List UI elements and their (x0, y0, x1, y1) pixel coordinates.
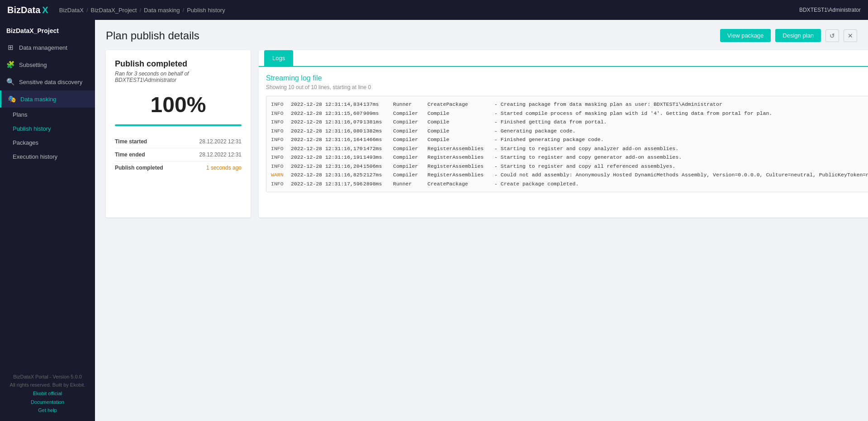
log-row: INFO 2022-12-28 12:31:16,204 1506ms Comp… (271, 162, 868, 171)
log-message: - Finished generating package code. (494, 135, 604, 144)
right-panel: Logs Streaming log file Showing 10 out o… (259, 50, 868, 218)
footer-link-help[interactable]: Get help (6, 406, 89, 415)
breadcrumb-project[interactable]: BizDataX_Project (91, 7, 137, 14)
log-message: - Could not add assembly: Anonymously Ho… (494, 170, 868, 180)
footer-version: BizDataX Portal - Version 5.0.0 (6, 373, 89, 381)
log-content: Streaming log file Showing 10 out of 10 … (259, 67, 868, 199)
log-ms: 1472ms (363, 144, 393, 153)
current-user: BDXTEST1\Administrator (799, 7, 861, 13)
log-message: - Starting to register and copy analyzer… (494, 144, 678, 153)
log-row: INFO 2022-12-28 12:31:16,164 1466ms Comp… (271, 135, 868, 144)
log-title: Streaming log file (266, 74, 868, 82)
log-level: INFO (271, 135, 291, 144)
sidebar-footer: BizDataX Portal - Version 5.0.0 All righ… (0, 366, 95, 421)
view-package-button[interactable]: View package (720, 29, 771, 42)
log-category: Compile (427, 118, 494, 127)
tab-logs[interactable]: Logs (264, 50, 293, 66)
log-row: INFO 2022-12-28 12:31:17,596 2898ms Runn… (271, 180, 868, 189)
content-body: Publish completed Ran for 3 seconds on b… (106, 50, 857, 218)
info-value-time-started: 28.12.2022 12:31 (199, 138, 242, 145)
info-label-publish-completed: Publish completed (115, 165, 163, 171)
log-source: Runner (393, 100, 427, 109)
log-row: INFO 2022-12-28 12:31:16,191 1493ms Comp… (271, 153, 868, 162)
log-source: Compiler (393, 127, 427, 136)
footer-rights: All rights reserved. Built by Ekobit. (6, 381, 89, 389)
breadcrumb-bizdatax[interactable]: BizDataX (59, 7, 84, 14)
progress-percentage: 100% (115, 92, 242, 117)
logo-x: X (42, 5, 48, 15)
log-category: Compile (427, 109, 494, 118)
app-logo[interactable]: BizDataX (7, 5, 48, 15)
log-message: - Generating package code. (494, 127, 575, 136)
sidebar-item-sensitive-data[interactable]: 🔍 Sensitive data discovery (0, 73, 95, 90)
breadcrumb: BizDataX / BizDataX_Project / Data maski… (59, 7, 799, 14)
log-category: Compile (427, 135, 494, 144)
log-ms: 1493ms (363, 153, 393, 162)
publish-status-title: Publish completed (115, 59, 242, 69)
tabs-bar: Logs (259, 50, 868, 67)
progress-bar (115, 124, 242, 126)
refresh-button[interactable]: ↺ (825, 29, 839, 42)
log-source: Compiler (393, 118, 427, 127)
log-category: CreatePackage (427, 180, 494, 189)
log-level: INFO (271, 153, 291, 162)
breadcrumb-publish-history[interactable]: Publish history (187, 7, 225, 14)
log-message: - Starting to register and copy all refe… (494, 162, 675, 171)
log-table[interactable]: INFO 2022-12-28 12:31:14,834 137ms Runne… (266, 96, 868, 192)
log-ms: 909ms (363, 109, 393, 118)
log-row: INFO 2022-12-28 12:31:16,079 1381ms Comp… (271, 118, 868, 127)
sidebar-item-data-masking[interactable]: 🎭 Data masking (0, 90, 95, 108)
log-message: - Create package completed. (494, 180, 579, 189)
log-subtitle: Showing 10 out of 10 lines, starting at … (266, 84, 868, 90)
sidebar-item-subsetting[interactable]: 🧩 Subsetting (0, 56, 95, 73)
sidebar-item-label: Data masking (20, 96, 56, 103)
close-button[interactable]: ✕ (844, 29, 857, 42)
sidebar-sub-plans[interactable]: Plans (0, 108, 95, 122)
log-source: Compiler (393, 170, 427, 180)
log-level: INFO (271, 162, 291, 171)
sidebar-item-label: Sensitive data discovery (19, 79, 82, 85)
log-category: RegisterAssemblies (427, 170, 494, 180)
log-ms: 137ms (363, 100, 393, 109)
log-message: - Started compile process of masking pla… (494, 109, 772, 118)
sidebar-sub-publish-history[interactable]: Publish history (0, 122, 95, 136)
log-level: INFO (271, 109, 291, 118)
top-navigation: BizDataX BizDataX / BizDataX_Project / D… (0, 0, 868, 20)
log-category: RegisterAssemblies (427, 144, 494, 153)
footer-link-docs[interactable]: Documentation (6, 398, 89, 407)
log-level: INFO (271, 127, 291, 136)
sidebar-sub-packages[interactable]: Packages (0, 136, 95, 150)
design-plan-button[interactable]: Design plan (775, 29, 821, 42)
log-source: Compiler (393, 109, 427, 118)
log-timestamp: 2022-12-28 12:31:16,170 (291, 144, 363, 153)
log-ms: 1506ms (363, 162, 393, 171)
page-title: Plan publish details (106, 29, 199, 42)
log-level: INFO (271, 144, 291, 153)
status-sub-prefix: Ran for 3 seconds on behalf of (115, 71, 189, 77)
sensitive-data-icon: 🔍 (6, 78, 14, 86)
sidebar-sub-execution-history[interactable]: Execution history (0, 150, 95, 164)
log-timestamp: 2022-12-28 12:31:16,825 (291, 170, 363, 180)
sidebar-item-data-management[interactable]: ⊞ Data management (0, 39, 95, 56)
info-label-time-started: Time started (115, 138, 147, 145)
data-masking-icon: 🎭 (8, 95, 16, 103)
sidebar-project-name: BizDataX_Project (0, 20, 95, 39)
subsetting-icon: 🧩 (6, 61, 14, 69)
footer-link-ekobit[interactable]: Ekobit official (6, 389, 89, 398)
log-row: WARN 2022-12-28 12:31:16,825 2127ms Comp… (271, 170, 868, 180)
log-ms: 1466ms (363, 135, 393, 144)
log-timestamp: 2022-12-28 12:31:16,164 (291, 135, 363, 144)
log-row: INFO 2022-12-28 12:31:16,170 1472ms Comp… (271, 144, 868, 153)
info-label-time-ended: Time ended (115, 151, 145, 158)
log-source: Compiler (393, 144, 427, 153)
info-value-time-ended: 28.12.2022 12:31 (199, 151, 242, 158)
breadcrumb-data-masking[interactable]: Data masking (144, 7, 180, 14)
sidebar-item-label: Data management (19, 44, 67, 51)
log-source: Runner (393, 180, 427, 189)
log-timestamp: 2022-12-28 12:31:16,079 (291, 118, 363, 127)
log-category: CreatePackage (427, 100, 494, 109)
page-header: Plan publish details View package Design… (106, 29, 857, 42)
sidebar: BizDataX_Project ⊞ Data management 🧩 Sub… (0, 20, 95, 421)
breadcrumb-sep-3: / (183, 7, 185, 14)
status-sub-user: BDXTEST1\Administrator (115, 77, 176, 83)
